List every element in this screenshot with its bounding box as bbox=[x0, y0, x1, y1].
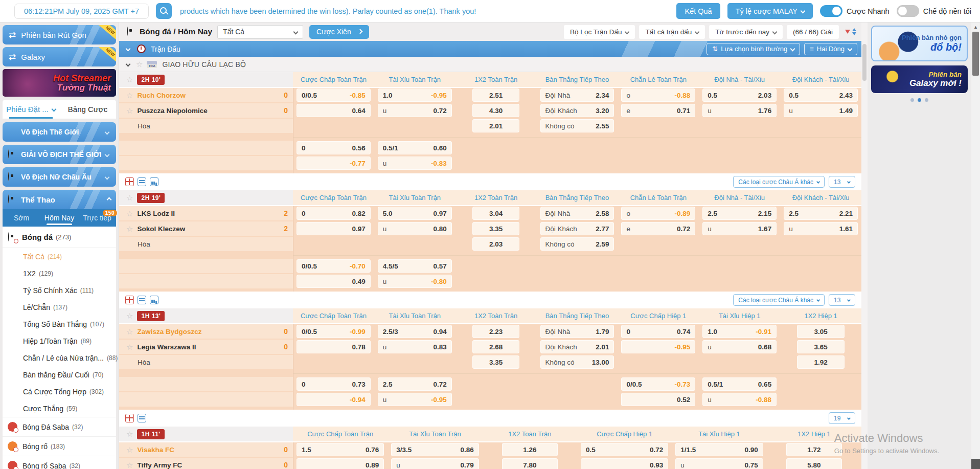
market-item[interactable]: Tỷ Số Chính Xác(111) bbox=[3, 282, 116, 299]
favorite-star-icon[interactable]: ☆ bbox=[136, 60, 143, 68]
tab-live[interactable]: Trực tiếp150 bbox=[78, 209, 116, 227]
odds-button[interactable]: 1.0-0.91 bbox=[702, 325, 777, 338]
tab-bet-slip[interactable]: Phiếu Đặt ... bbox=[3, 100, 59, 119]
market-item[interactable]: Cược Thắng(59) bbox=[3, 400, 116, 417]
odds-button[interactable]: 7.80 bbox=[502, 458, 558, 469]
odds-button[interactable]: e0.72 bbox=[621, 222, 695, 235]
list-view-icon[interactable] bbox=[138, 414, 146, 422]
version-switch-button[interactable]: ⇄Phiên bản Rút GọnNEW bbox=[3, 25, 116, 44]
odds-button[interactable]: u0.72 bbox=[378, 104, 452, 117]
odds-button[interactable]: 5.80 bbox=[786, 458, 842, 469]
parlay-button[interactable]: Cược Xiên bbox=[309, 25, 369, 39]
sidebar-league-item[interactable]: Vô Địch Nữ Châu Âu bbox=[3, 167, 116, 187]
odds-button[interactable]: u-0.95 bbox=[378, 393, 452, 406]
market-item[interactable]: Lẻ/Chẵn(137) bbox=[3, 299, 116, 316]
favorite-star-icon[interactable]: ☆ bbox=[126, 76, 133, 83]
scroll-up-arrow[interactable]: ▲ bbox=[971, 23, 980, 31]
odds-button[interactable]: 4.5/50.57 bbox=[378, 259, 452, 273]
dot-active[interactable] bbox=[918, 98, 921, 102]
odds-button[interactable]: 3/3.50.86 bbox=[391, 443, 478, 456]
odds-button[interactable]: 4.30 bbox=[472, 104, 520, 117]
odds-button[interactable]: 2.23 bbox=[472, 325, 520, 338]
tab-bet-board[interactable]: Bảng Cược bbox=[59, 100, 116, 119]
results-button[interactable]: Kết Quả bbox=[676, 3, 720, 19]
grid-view-icon[interactable] bbox=[125, 414, 134, 422]
odds-button[interactable]: 0.64 bbox=[297, 104, 371, 117]
display-mode-dropdown[interactable]: ≡Hai Dòng bbox=[804, 43, 857, 55]
favorite-star-icon[interactable]: ☆ bbox=[126, 225, 133, 233]
odds-button[interactable]: 00.73 bbox=[297, 377, 371, 391]
tab-early[interactable]: Sớm bbox=[3, 209, 40, 227]
chart-view-icon[interactable] bbox=[150, 296, 158, 304]
odds-button[interactable]: 0/0.5-0.85 bbox=[297, 88, 371, 102]
odds-button[interactable]: 3.35 bbox=[472, 222, 520, 235]
odds-button[interactable]: 2.51 bbox=[472, 88, 520, 102]
odds-button[interactable]: 2.52.15 bbox=[702, 207, 777, 220]
odds-button[interactable]: u0.83 bbox=[378, 340, 452, 353]
list-view-icon[interactable] bbox=[138, 296, 146, 304]
sidebar-league-item[interactable]: GIẢI VÔ ĐỊCH THẾ GIỚI ... bbox=[3, 145, 116, 164]
odds-type-button[interactable]: Tỷ lệ cược MALAY bbox=[727, 3, 813, 19]
odds-button[interactable]: 1.92 bbox=[797, 355, 845, 369]
odds-button[interactable]: u0.75 bbox=[675, 458, 763, 469]
odds-button[interactable]: -0.95 bbox=[621, 340, 695, 353]
odds-button[interactable]: 2.52.21 bbox=[784, 207, 858, 220]
odds-button[interactable]: -0.94 bbox=[297, 393, 371, 406]
odds-button[interactable]: Đội Nhà2.58 bbox=[540, 207, 614, 220]
odds-button[interactable]: 0.5/10.60 bbox=[378, 141, 452, 154]
market-item[interactable]: Tổng Số Bàn Thắng(107) bbox=[3, 316, 116, 332]
market-count-dropdown[interactable]: 19 bbox=[829, 412, 855, 424]
odds-button[interactable]: 2.68 bbox=[472, 340, 520, 353]
favorite-star-icon[interactable]: ☆ bbox=[126, 343, 133, 351]
match-filter-dropdown[interactable]: Bộ Lọc Trận Đấu bbox=[564, 25, 635, 39]
odds-button[interactable]: 1.26 bbox=[502, 443, 558, 456]
odds-button[interactable]: 5.00.97 bbox=[378, 207, 452, 220]
odds-button[interactable]: 0.78 bbox=[297, 340, 371, 353]
odds-button[interactable]: 00.56 bbox=[297, 141, 371, 154]
odds-button[interactable]: 00.82 bbox=[297, 207, 371, 220]
odds-button[interactable]: 0/0.5-0.99 bbox=[297, 325, 371, 338]
odds-button[interactable]: -0.77 bbox=[297, 157, 371, 170]
odds-button[interactable]: 3.05 bbox=[797, 325, 845, 338]
favorite-star-icon[interactable]: ☆ bbox=[126, 107, 133, 115]
odds-button[interactable]: 1.72 bbox=[786, 443, 842, 456]
league-filter-select[interactable]: Tất Cả bbox=[217, 25, 303, 39]
odds-button[interactable]: 3.65 bbox=[797, 340, 845, 353]
all-matches-dropdown[interactable]: Tất cả trận đấu bbox=[639, 25, 705, 39]
odds-button[interactable]: u-0.80 bbox=[378, 275, 452, 288]
collapse-chevron-icon[interactable] bbox=[126, 47, 131, 52]
odds-button[interactable]: 0.49 bbox=[297, 275, 371, 288]
sidebar-item-saba-basketball[interactable]: Bóng rổ Saba(32) bbox=[3, 456, 116, 469]
odds-button[interactable]: u1.61 bbox=[784, 222, 858, 235]
sidebar-league-item[interactable]: Vô Địch Thế Giới bbox=[3, 122, 116, 142]
odds-button[interactable]: Đội Nhà2.34 bbox=[540, 88, 614, 102]
tab-today[interactable]: Hôm Nay bbox=[40, 209, 78, 227]
sort-icon[interactable] bbox=[845, 28, 856, 35]
scrollbar-thumb[interactable] bbox=[972, 32, 979, 76]
time-range-dropdown[interactable]: Từ trước đến nay bbox=[709, 25, 783, 39]
odds-button[interactable]: 0.52.03 bbox=[702, 88, 777, 102]
market-item[interactable]: Cá Cược Tổng Hợp(302) bbox=[3, 383, 116, 400]
odds-button[interactable]: Đội Khách2.77 bbox=[540, 222, 614, 235]
odds-button[interactable]: u0.68 bbox=[702, 340, 777, 353]
odds-button[interactable]: 2.5/30.94 bbox=[378, 325, 452, 338]
favorite-star-icon[interactable]: ☆ bbox=[126, 92, 133, 99]
list-view-icon[interactable] bbox=[138, 177, 146, 186]
odds-button[interactable]: 0.97 bbox=[297, 222, 371, 235]
odds-button[interactable]: Không có2.59 bbox=[540, 237, 614, 251]
odds-button[interactable]: 0/0.5-0.70 bbox=[297, 259, 371, 273]
odds-button[interactable]: e0.71 bbox=[621, 104, 695, 117]
favorite-star-icon[interactable]: ☆ bbox=[126, 328, 133, 336]
odds-button[interactable]: Đội Khách2.01 bbox=[540, 340, 614, 353]
odds-button[interactable]: 0.93 bbox=[581, 458, 668, 469]
market-item[interactable]: Chẵn / Lẻ của Nửa trận...(88) bbox=[3, 349, 116, 366]
scroll-down-arrow[interactable] bbox=[971, 459, 980, 469]
market-item[interactable]: Hiệp 1/Toàn Trận(89) bbox=[3, 332, 116, 349]
odds-button[interactable]: u1.49 bbox=[784, 104, 858, 117]
odds-button[interactable]: Đội Khách3.20 bbox=[540, 104, 614, 117]
search-icon[interactable] bbox=[156, 3, 172, 19]
odds-button[interactable]: 1.0-0.95 bbox=[378, 88, 452, 102]
odds-button[interactable]: 0.89 bbox=[297, 458, 384, 469]
market-item[interactable]: Tất Cả(214) bbox=[3, 248, 116, 265]
odds-button[interactable]: Không có13.00 bbox=[540, 355, 614, 369]
